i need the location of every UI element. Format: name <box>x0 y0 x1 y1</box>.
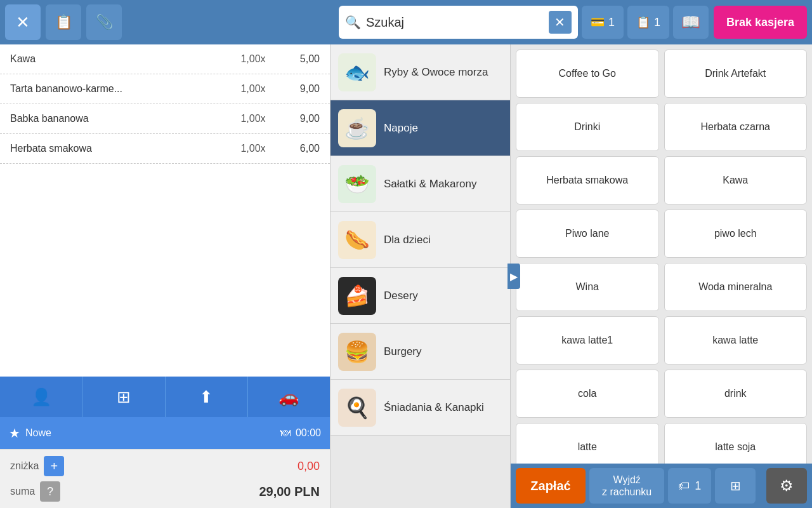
exit-line1: Wyjdź <box>602 474 652 486</box>
total-value: 29,00 PLN <box>259 485 320 499</box>
product-grid: Coffee to GoDrink ArtefaktDrinkiHerbata … <box>511 44 812 464</box>
tag-count: 1 <box>695 479 701 493</box>
tag-icon: 🏷 <box>678 479 690 493</box>
star-icon: ★ <box>9 425 20 441</box>
order-footer: zniżka + 0,00 suma ? 29,00 PLN <box>0 449 330 508</box>
category-icon-salatki: 🥗 <box>338 165 376 203</box>
product-button-8[interactable]: Wina <box>516 263 659 311</box>
product-button-11[interactable]: kawa latte <box>664 316 808 364</box>
order-item-price: 6,00 <box>275 143 320 154</box>
category-item-burgery[interactable]: 🍔 Burgery <box>331 324 510 380</box>
search-bar: 🔍 ✕ <box>339 6 578 39</box>
category-label-ryby: Ryby & Owoce morza <box>384 66 488 79</box>
category-label-sniadania: Śniadania & Kanapki <box>384 401 484 414</box>
upload-button[interactable]: ⬆ <box>166 377 248 417</box>
add-discount-button[interactable]: + <box>44 456 64 476</box>
product-button-4[interactable]: Herbata smakowa <box>516 156 659 204</box>
order-new-label: Nowe <box>25 427 51 439</box>
order-item-qty: 1,00x <box>231 83 275 95</box>
paperclip-icon: 📎 <box>96 14 113 30</box>
badge1-button[interactable]: 💳 1 <box>582 6 624 39</box>
category-label-burgery: Burgery <box>384 345 422 358</box>
order-item[interactable]: Herbata smakowa 1,00x 6,00 <box>0 134 330 164</box>
dish-icon: 🍽 <box>280 427 291 439</box>
close-button[interactable]: ✕ <box>5 4 41 40</box>
card-icon: 💳 <box>591 15 605 29</box>
product-button-9[interactable]: Woda mineralna <box>664 263 808 311</box>
category-label-desery: Desery <box>384 290 418 302</box>
category-panel: 🐟 Ryby & Owoce morza ☕ Napoje 🥗 Sałatki … <box>330 44 511 508</box>
product-button-12[interactable]: cola <box>516 370 659 418</box>
order-item-qty: 1,00x <box>231 143 275 154</box>
order-meta-right: 🍽 00:00 <box>165 417 330 449</box>
product-button-1[interactable]: Drink Artefakt <box>664 50 808 98</box>
discount-label: zniżka + <box>10 456 64 476</box>
order-item[interactable]: Tarta bananowo-karme... 1,00x 9,00 <box>0 74 330 104</box>
order-item-price: 5,00 <box>275 53 320 65</box>
order-meta-left: ★ Nowe <box>0 417 165 449</box>
bottom-bar: Zapłać Wyjdź z rachunku 🏷 1 ⊞ ⚙ <box>511 464 812 508</box>
car-icon: 🚗 <box>278 387 299 407</box>
order-total-row: suma ? 29,00 PLN <box>10 481 320 502</box>
category-icon-napoje: ☕ <box>338 109 376 147</box>
kasjer-button[interactable]: Brak kasjera <box>714 6 807 39</box>
product-button-0[interactable]: Coffee to Go <box>516 50 659 98</box>
category-item-salatki[interactable]: 🥗 Sałatki & Makarony <box>331 156 510 212</box>
product-button-6[interactable]: Piwo lane <box>516 210 659 258</box>
product-button-5[interactable]: Kawa <box>664 156 808 204</box>
product-button-3[interactable]: Herbata czarna <box>664 103 808 151</box>
category-icon-desery: 🍰 <box>338 277 376 315</box>
category-arrow: ▶ <box>508 264 520 289</box>
search-input[interactable] <box>366 15 544 30</box>
settings-icon: ⚙ <box>780 477 794 495</box>
table-bottom-button[interactable]: ⊞ <box>715 468 756 504</box>
book-icon: 📖 <box>681 13 700 31</box>
product-button-10[interactable]: kawa latte1 <box>516 316 659 364</box>
discount-text: zniżka <box>10 460 39 472</box>
category-icon-ryby: 🐟 <box>338 53 376 91</box>
order-item-price: 9,00 <box>275 83 320 95</box>
product-button-15[interactable]: latte soja <box>664 423 808 464</box>
car-button[interactable]: 🚗 <box>248 377 330 417</box>
product-button-13[interactable]: drink <box>664 370 808 418</box>
main-content: Kawa 1,00x 5,00 Tarta bananowo-karme... … <box>0 44 812 508</box>
search-clear-button[interactable]: ✕ <box>549 11 572 34</box>
exit-receipt-button[interactable]: Wyjdź z rachunku <box>589 468 664 504</box>
total-label: suma ? <box>10 481 60 502</box>
person-icon: 👤 <box>31 387 51 407</box>
paperclip-button[interactable]: 📎 <box>86 4 122 40</box>
exit-line2: z rachunku <box>602 486 652 498</box>
order-item-price: 9,00 <box>275 113 320 124</box>
order-item[interactable]: Babka bananowa 1,00x 9,00 <box>0 104 330 134</box>
order-discount-row: zniżka + 0,00 <box>10 456 320 476</box>
category-icon-sniadania: 🍳 <box>338 389 376 427</box>
order-item[interactable]: Kawa 1,00x 5,00 <box>0 44 330 74</box>
table-action-button[interactable]: ⊞ <box>82 377 165 417</box>
tag-button[interactable]: 🏷 1 <box>668 468 711 504</box>
product-button-2[interactable]: Drinki <box>516 103 659 151</box>
badge1-count: 1 <box>608 16 615 29</box>
timer-value: 00:00 <box>296 427 321 439</box>
category-item-desery[interactable]: 🍰 Desery <box>331 268 510 324</box>
settings-button[interactable]: ⚙ <box>766 468 807 504</box>
clipboard-button[interactable]: 📋 <box>46 4 81 40</box>
clipboard-icon: 📋 <box>55 14 72 30</box>
category-item-ryby[interactable]: 🐟 Ryby & Owoce morza <box>331 44 510 100</box>
top-bar-left: ✕ 📋 📎 <box>5 4 335 40</box>
category-item-napoje[interactable]: ☕ Napoje <box>331 100 510 156</box>
category-item-sniadania[interactable]: 🍳 Śniadania & Kanapki <box>331 380 510 436</box>
badge2-button[interactable]: 📋 1 <box>627 6 669 39</box>
customer-button[interactable]: 👤 <box>0 377 82 417</box>
category-item-dzieci[interactable]: 🌭 Dla dzieci <box>331 212 510 268</box>
search-icon: 🔍 <box>345 15 361 30</box>
table-icon: ⊞ <box>117 387 131 407</box>
book-button[interactable]: 📖 <box>673 6 709 39</box>
receipt-icon: 📋 <box>636 15 650 29</box>
product-button-14[interactable]: latte <box>516 423 659 464</box>
pay-button[interactable]: Zapłać <box>516 468 586 504</box>
category-icon-burgery: 🍔 <box>338 333 376 371</box>
total-help-button[interactable]: ? <box>40 481 60 502</box>
order-item-qty: 1,00x <box>231 53 275 65</box>
category-list: 🐟 Ryby & Owoce morza ☕ Napoje 🥗 Sałatki … <box>331 44 510 508</box>
product-button-7[interactable]: piwo lech <box>664 210 808 258</box>
